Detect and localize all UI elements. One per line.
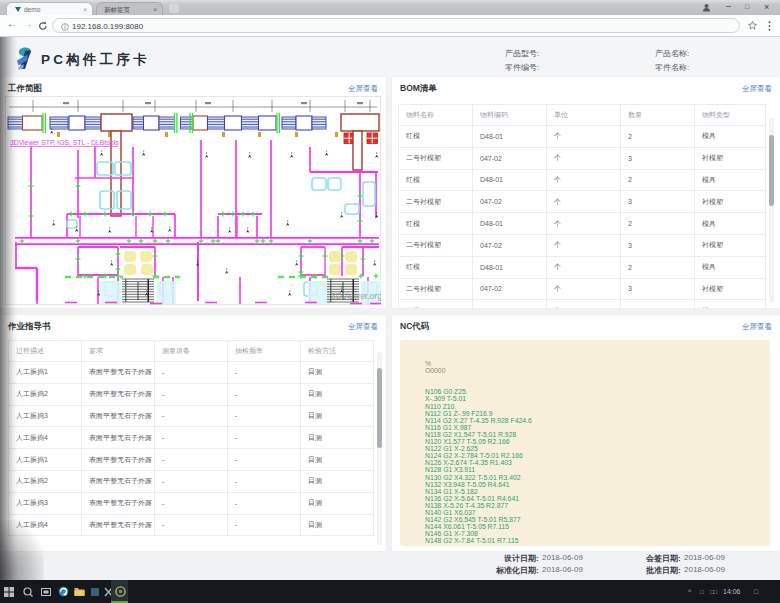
svg-text:3DViewer STP, IGS, STL - DLBto: 3DViewer STP, IGS, STL - DLBtools	[10, 139, 119, 146]
svg-text:3DViewer.org: 3DViewer.org	[331, 291, 381, 301]
